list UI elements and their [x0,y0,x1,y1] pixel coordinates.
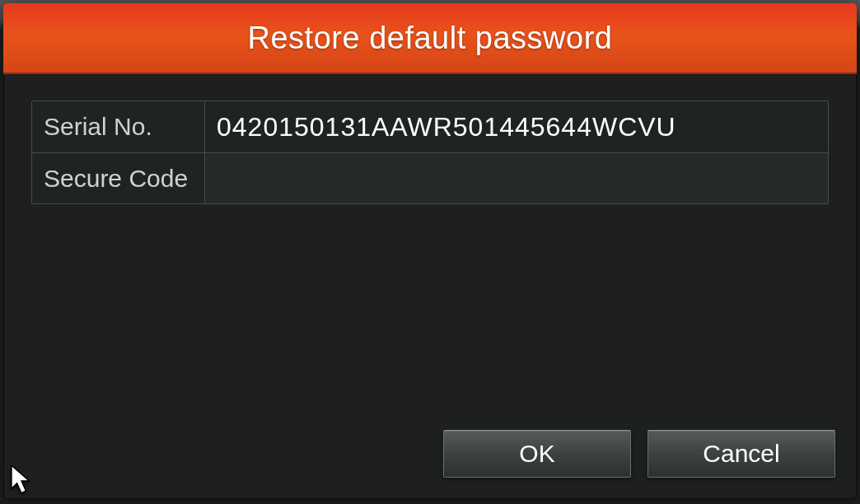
dialog-titlebar: Restore default password [3,3,857,74]
cancel-button[interactable]: Cancel [647,430,835,478]
dialog-title: Restore default password [248,21,613,56]
secure-code-label: Secure Code [32,153,205,203]
secure-code-row: Secure Code [32,152,828,203]
secure-code-input[interactable] [205,153,828,203]
form-table: Serial No. 0420150131AAWR501445644WCVU S… [31,100,829,204]
serial-row: Serial No. 0420150131AAWR501445644WCVU [32,101,828,152]
serial-value: 0420150131AAWR501445644WCVU [205,101,828,152]
dialog-button-bar: OK Cancel [3,423,857,499]
restore-password-dialog: Restore default password Serial No. 0420… [3,3,857,499]
screen: Restore default password Serial No. 0420… [0,0,860,504]
dialog-body: Serial No. 0420150131AAWR501445644WCVU S… [3,74,857,423]
ok-button[interactable]: OK [443,430,631,478]
serial-label: Serial No. [32,101,205,152]
